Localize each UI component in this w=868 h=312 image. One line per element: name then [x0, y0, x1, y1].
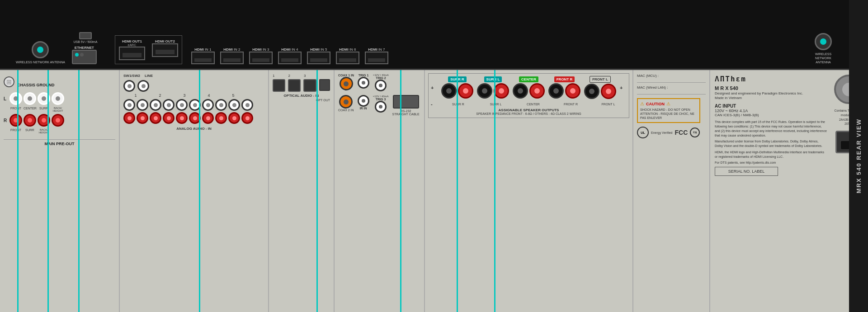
front-l-badge: FRONT L	[590, 76, 611, 83]
center-out-label: CENTER	[516, 103, 550, 106]
energy-verified-label: Energy Verified	[651, 131, 672, 134]
back-height-l-white[interactable]	[52, 92, 64, 105]
teal-line-1	[17, 70, 19, 312]
usb-port[interactable]	[79, 32, 92, 39]
trig1-port[interactable]	[358, 77, 369, 89]
optical-in-1[interactable]	[273, 79, 285, 92]
rs232-port[interactable]	[393, 95, 419, 109]
analog-5-l-white[interactable]	[176, 99, 188, 111]
hdmi-in7-port[interactable]	[365, 52, 388, 64]
hdmi-out2-wrapper: HDMI OUT2	[152, 39, 178, 60]
usb-block: USB 5V / 500mA	[73, 32, 97, 43]
surr-r-out-red[interactable]	[458, 83, 473, 99]
hdmi-in7: HDMI IN 7	[365, 47, 388, 64]
coax2-port[interactable]	[339, 95, 353, 109]
analog-10-l-white[interactable]	[241, 99, 253, 111]
coax-ir-section: COAX 1 IN TRIG 1 =12V / 40	[335, 70, 425, 312]
analog-2-r-red[interactable]	[137, 112, 148, 124]
center-badge: CENTER	[519, 76, 538, 82]
analog-9-r-red[interactable]	[228, 112, 240, 124]
center-r-red[interactable]	[24, 114, 36, 127]
hdmi-in1: HDMI IN 1	[191, 47, 215, 64]
mac-mcu-label: MAC (MCU) :	[637, 74, 706, 83]
center-out-black[interactable]	[513, 83, 528, 99]
trig2-port[interactable]	[375, 80, 387, 91]
analog-7-r-red[interactable]	[202, 112, 214, 124]
analog-4-r-red[interactable]	[163, 112, 175, 124]
ch-num-opt-3: 3	[304, 74, 306, 78]
hdmi-out1-label: HDMI OUT1	[122, 39, 142, 43]
coax1-port[interactable]	[340, 77, 353, 90]
sw1-port[interactable]	[123, 80, 135, 92]
center-l-white[interactable]	[24, 92, 36, 105]
ch-num-opt-1: 1	[273, 74, 274, 78]
plus-sign-right: +	[620, 85, 627, 90]
hdmi-in5: HDMI IN 5	[307, 47, 330, 64]
trig1-label: TRIG 1	[359, 74, 369, 77]
bottom-section: ⊞ CHASSIS GROUND L	[0, 70, 868, 312]
hdmi-out2-port[interactable]	[152, 43, 178, 57]
analog-1-l-white[interactable]	[123, 99, 135, 111]
analog-8-l-white[interactable]	[215, 99, 227, 111]
cs-badge: ©S	[690, 128, 700, 137]
col-front-label: FRONT	[9, 107, 22, 112]
hdmi-in3-port[interactable]	[249, 52, 273, 64]
center-out-red[interactable]	[529, 83, 545, 99]
plus-sign-top: +	[431, 85, 438, 90]
caution-text: SHOCK HAZARD - DO NOT OPEN ATTENTION - R…	[640, 108, 697, 120]
analog-3-r-red[interactable]	[150, 112, 161, 124]
front-r-red[interactable]	[9, 114, 22, 127]
optical-audio-in-label: OPTICAL AUDIO - IN	[273, 94, 330, 98]
analog-10-r-red[interactable]	[241, 112, 253, 124]
analog-9-l-white[interactable]	[228, 99, 240, 111]
eth-light-1	[75, 53, 79, 57]
hdmi-out1-port[interactable]	[119, 47, 145, 60]
teal-line-5	[316, 70, 318, 312]
surr-r-out-black[interactable]	[441, 83, 457, 99]
teal-line-2	[47, 70, 49, 312]
ir-in-port[interactable]	[358, 95, 369, 107]
vertical-title-bar: MRX 540 REAR VIEW	[849, 0, 868, 312]
surr-l-out-black[interactable]	[477, 83, 492, 99]
front-l-out-red[interactable]	[601, 84, 616, 99]
analog-3-l-white[interactable]	[150, 99, 161, 111]
trig3-port[interactable]	[375, 101, 387, 113]
sw2-port[interactable]	[137, 80, 149, 92]
hdmi-in2: HDMI IN 2	[220, 47, 244, 64]
back-height-r-red[interactable]	[52, 114, 64, 127]
front-l-out-black[interactable]	[584, 84, 599, 99]
analog-8-r-red[interactable]	[215, 112, 227, 124]
usb-label: USB 5V / 500mA	[73, 40, 97, 43]
analog-5-r-red[interactable]	[176, 112, 188, 124]
optical-in-2[interactable]	[288, 79, 301, 92]
analog-7-l-white[interactable]	[202, 99, 214, 111]
hdmi-in6-port[interactable]	[336, 52, 359, 64]
teal-line-6	[400, 70, 401, 312]
l-indicator: L	[4, 96, 8, 101]
serial-label: SERIAL NO. LABEL	[715, 167, 778, 176]
optical-in-3[interactable]	[303, 79, 316, 92]
analog-1-r-red[interactable]	[123, 112, 135, 124]
analog-4-l-white[interactable]	[163, 99, 175, 111]
ch-num-3: 3	[175, 93, 194, 98]
front-l-white[interactable]	[9, 92, 22, 105]
opt-out-port[interactable]	[319, 79, 330, 91]
hdmi-in2-port[interactable]	[220, 52, 244, 64]
col-back-height-label: BACK/HEIGHT	[52, 107, 64, 112]
surr-l-out-red[interactable]	[494, 83, 509, 99]
front-r-out-red[interactable]	[565, 83, 580, 99]
ethernet-label: ETHERNET	[75, 46, 94, 50]
analog-2-l-white[interactable]	[137, 99, 148, 111]
hdmi-in4-port[interactable]	[278, 52, 302, 64]
sw-analog-section: SW1/SW2 LINE 1 2	[120, 70, 269, 312]
ch-num-2: 2	[150, 93, 170, 98]
front-r-out-black[interactable]	[548, 83, 564, 99]
hdmi-in5-port[interactable]	[307, 52, 330, 64]
hdmi-in1-port[interactable]	[191, 52, 215, 64]
surr-r-out-label: SURR R	[441, 103, 475, 106]
surr-l-badge: SURR L	[484, 76, 502, 82]
ethernet-port[interactable]	[72, 50, 97, 64]
teal-line-8	[494, 70, 495, 312]
hdmi-in6: HDMI IN 6	[336, 47, 359, 64]
col-center-label: CENTER	[24, 107, 36, 112]
